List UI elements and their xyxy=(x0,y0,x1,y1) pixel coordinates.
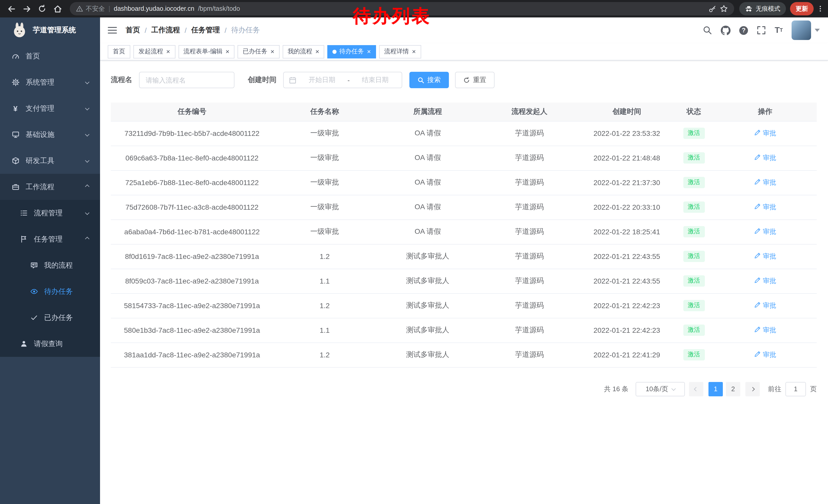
chevron-down-icon xyxy=(85,132,89,137)
audit-action-link[interactable]: 审批 xyxy=(754,326,776,335)
browser-refresh-button[interactable] xyxy=(35,2,49,15)
audit-action-link[interactable]: 审批 xyxy=(754,350,776,359)
sidebar-item-dev-tools[interactable]: 研发工具 xyxy=(0,148,100,174)
user-menu[interactable] xyxy=(792,20,820,40)
process-name-label: 流程名 xyxy=(111,75,132,85)
tab-home[interactable]: 首页 xyxy=(108,45,130,58)
sidebar-item-label: 工作流程 xyxy=(26,182,54,191)
tab-done-tasks[interactable]: 已办任务× xyxy=(238,45,279,58)
page-size-value: 10条/页 xyxy=(646,384,668,394)
create-time-range-picker[interactable]: 开始日期 - 结束日期 xyxy=(283,72,402,88)
bookmark-star-icon[interactable] xyxy=(720,5,728,13)
audit-action-link[interactable]: 审批 xyxy=(754,301,776,310)
breadcrumb-item-2[interactable]: 任务管理 xyxy=(191,26,220,35)
start-date-placeholder[interactable]: 开始日期 xyxy=(301,75,343,85)
help-button[interactable]: ? xyxy=(739,26,748,35)
audit-action-link[interactable]: 审批 xyxy=(754,227,776,236)
audit-action-link[interactable]: 审批 xyxy=(754,252,776,261)
table-row: 725a1eb6-7b88-11ec-8ef0-acde48001122 一级审… xyxy=(111,170,817,195)
page-size-select[interactable]: 10条/页 xyxy=(636,382,685,396)
cell-initiator: 芋道源码 xyxy=(480,244,580,269)
sidebar-item-my-process[interactable]: 我的流程 xyxy=(0,252,100,278)
sidebar-item-infrastructure[interactable]: 基础设施 xyxy=(0,122,100,148)
sidebar-toggle-button[interactable] xyxy=(107,26,118,35)
cell-created-time: 2022-01-21 22:41:29 xyxy=(579,342,674,367)
password-key-icon[interactable] xyxy=(708,5,716,12)
sidebar-item-task-mgmt[interactable]: 任务管理 xyxy=(0,226,100,252)
status-badge: 激活 xyxy=(683,128,705,139)
avatar[interactable] xyxy=(792,20,811,40)
browser-forward-button[interactable] xyxy=(19,2,34,15)
sidebar-item-leave-query[interactable]: 请假查询 xyxy=(0,331,100,357)
cell-task-name: 1.2 xyxy=(273,244,376,269)
sidebar-item-label: 任务管理 xyxy=(34,235,63,244)
sidebar-item-label: 系统管理 xyxy=(26,78,54,87)
pencil-icon xyxy=(754,277,761,285)
tab-close-icon[interactable]: × xyxy=(412,48,416,55)
cell-task-id: 725a1eb6-7b88-11ec-8ef0-acde48001122 xyxy=(111,170,273,195)
tab-close-icon[interactable]: × xyxy=(271,48,274,55)
cell-task-name: 一级审批 xyxy=(273,170,376,195)
column-header: 任务名称 xyxy=(273,102,376,121)
process-name-input[interactable] xyxy=(139,76,234,84)
search-button[interactable]: 搜索 xyxy=(409,72,449,88)
sidebar-item-done-tasks[interactable]: 已办任务 xyxy=(0,305,100,331)
breadcrumb-item-1[interactable]: 工作流程 xyxy=(151,26,180,35)
sidebar-item-system-mgmt[interactable]: 系统管理 xyxy=(0,69,100,95)
sidebar-item-label: 基础设施 xyxy=(26,130,54,139)
tab-start-process[interactable]: 发起流程× xyxy=(133,45,175,58)
audit-action-link[interactable]: 审批 xyxy=(754,178,776,187)
browser-update-button[interactable]: 更新 xyxy=(790,2,814,15)
tab-close-icon[interactable]: × xyxy=(367,48,371,55)
next-page-button[interactable] xyxy=(745,382,760,396)
gear-icon xyxy=(11,78,19,86)
breadcrumb-item-0[interactable]: 首页 xyxy=(126,26,140,35)
reset-button[interactable]: 重置 xyxy=(455,72,495,88)
goto-page-input[interactable] xyxy=(785,382,806,396)
tab-close-icon[interactable]: × xyxy=(225,48,229,55)
cell-process: 测试多审批人 xyxy=(376,293,480,318)
browser-home-button[interactable] xyxy=(50,2,65,15)
sidebar-item-process-mgmt[interactable]: 流程管理 xyxy=(0,200,100,226)
tab-label: 已办任务 xyxy=(243,47,267,56)
app-logo[interactable]: 芋道管理系统 xyxy=(0,17,100,43)
cell-status: 激活 xyxy=(674,195,714,220)
tab-my-process[interactable]: 我的流程× xyxy=(283,45,325,58)
security-warning[interactable]: 不安全 xyxy=(76,4,105,13)
tab-process-form-edit[interactable]: 流程表单-编辑× xyxy=(178,45,235,58)
font-size-button[interactable]: TT xyxy=(775,26,783,34)
browser-menu-button[interactable] xyxy=(817,5,824,13)
tab-close-icon[interactable]: × xyxy=(316,48,319,55)
cell-initiator: 芋道源码 xyxy=(480,318,580,342)
tab-todo-tasks[interactable]: 待办任务× xyxy=(328,45,376,58)
audit-action-link[interactable]: 审批 xyxy=(754,129,776,138)
page-button-1[interactable]: 1 xyxy=(708,382,723,396)
audit-action-link[interactable]: 审批 xyxy=(754,276,776,286)
page-button-2[interactable]: 2 xyxy=(726,382,740,396)
sidebar-item-home[interactable]: 首页 xyxy=(0,43,100,69)
cell-process: OA 请假 xyxy=(376,146,480,170)
cell-created-time: 2022-01-21 22:42:23 xyxy=(579,293,674,318)
cell-action: 审批 xyxy=(714,269,817,293)
sidebar-item-label: 流程管理 xyxy=(34,209,63,218)
sidebar-item-todo-tasks[interactable]: 待办任务 xyxy=(0,278,100,305)
header-search-button[interactable] xyxy=(703,26,712,35)
tab-close-icon[interactable]: × xyxy=(166,48,170,55)
end-date-placeholder[interactable]: 结束日期 xyxy=(354,75,397,85)
column-header: 状态 xyxy=(674,102,714,121)
prev-page-button[interactable] xyxy=(689,382,703,396)
audit-action-link[interactable]: 审批 xyxy=(754,153,776,163)
sidebar-item-label: 已办任务 xyxy=(44,313,73,322)
sidebar-item-payment-mgmt[interactable]: ¥支付管理 xyxy=(0,95,100,122)
browser-back-button[interactable] xyxy=(4,2,18,15)
cell-initiator: 芋道源码 xyxy=(480,269,580,293)
sidebar-item-workflow[interactable]: 工作流程 xyxy=(0,174,100,200)
audit-action-link[interactable]: 审批 xyxy=(754,202,776,212)
cell-status: 激活 xyxy=(674,342,714,367)
tab-label: 待办任务 xyxy=(339,47,364,56)
briefcase-icon xyxy=(11,183,19,191)
tab-process-detail[interactable]: 流程详情× xyxy=(379,45,421,58)
github-link[interactable] xyxy=(721,26,731,35)
github-icon xyxy=(721,26,731,35)
fullscreen-button[interactable] xyxy=(757,26,766,35)
